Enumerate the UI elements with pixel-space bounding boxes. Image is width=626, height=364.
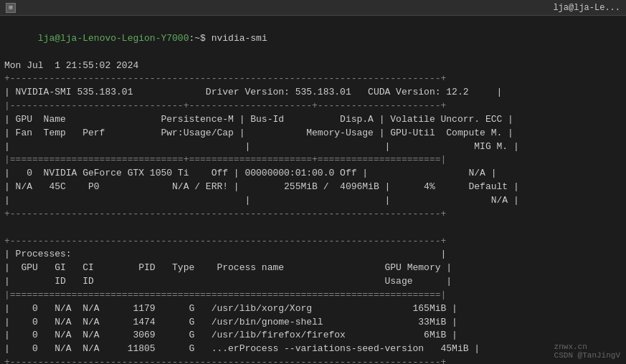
watermark: znwx.cn CSDN @TanJingV — [554, 343, 620, 360]
gpu-row-2: | N/A 45C P0 N/A / ERR! | 255MiB / 4096M… — [4, 181, 622, 194]
col-header-3: | | | MIG M. | — [4, 140, 622, 154]
process-row-2: | 0 N/A N/A 1474 G /usr/bin/gnome-shell … — [4, 316, 622, 330]
title-bar: ⊞ lja@lja-Le... — [0, 0, 626, 16]
gpu-row-1: | 0 NVIDIA GeForce GTX 1050 Ti Off | 000… — [4, 167, 622, 181]
watermark-sub: CSDN @TanJingV — [554, 351, 620, 360]
command-1: nvidia-smi — [212, 33, 267, 44]
divider-2: |-------------------------------+-------… — [4, 100, 622, 113]
title-bar-left: ⊞ — [6, 3, 16, 13]
process-row-4: | 0 N/A N/A 11805 G ...erProcess --varia… — [4, 343, 622, 356]
prompt-symbol-1: :~$ — [189, 33, 211, 44]
divider-1: +---------------------------------------… — [4, 72, 622, 86]
proc-col-1: | GPU GI CI PID Type Process name GPU Me… — [4, 262, 622, 275]
process-row-1: | 0 N/A N/A 1179 G /usr/lib/xorg/Xorg 16… — [4, 302, 622, 316]
proc-header: | Processes: | — [4, 248, 622, 262]
process-row-3: | 0 N/A N/A 3069 G /usr/lib/firefox/fire… — [4, 329, 622, 343]
blank-line — [4, 221, 622, 235]
prompt-user-1: lja@lja-Lenovo-Legion-Y7000 — [38, 33, 189, 44]
watermark-main: znwx.cn — [554, 343, 620, 351]
divider-7: +---------------------------------------… — [4, 356, 622, 364]
divider-3: |===============================+=======… — [4, 153, 622, 167]
terminal-icon-symbol: ⊞ — [9, 4, 12, 11]
col-header-1: | GPU Name Persistence-M | Bus-Id Disp.A… — [4, 113, 622, 127]
nvidia-header: | NVIDIA-SMI 535.183.01 Driver Version: … — [4, 86, 622, 100]
divider-6: |=======================================… — [4, 289, 622, 302]
terminal-icon: ⊞ — [6, 3, 16, 13]
col-header-2: | Fan Temp Perf Pwr:Usage/Cap | Memory-U… — [4, 127, 622, 140]
terminal-window: ⊞ lja@lja-Le... lja@lja-Lenovo-Legion-Y7… — [0, 0, 626, 364]
divider-5: +---------------------------------------… — [4, 235, 622, 249]
gpu-row-3: | | | N/A | — [4, 194, 622, 208]
title-bar-right-text: lja@lja-Le... — [553, 3, 620, 13]
terminal-content[interactable]: lja@lja-Lenovo-Legion-Y7000:~$ nvidia-sm… — [0, 16, 626, 364]
divider-4: +---------------------------------------… — [4, 208, 622, 221]
proc-col-2: | ID ID Usage | — [4, 275, 622, 289]
date-line: Mon Jul 1 21:55:02 2024 — [4, 59, 622, 73]
prompt-line-1: lja@lja-Lenovo-Legion-Y7000:~$ nvidia-sm… — [4, 19, 622, 59]
